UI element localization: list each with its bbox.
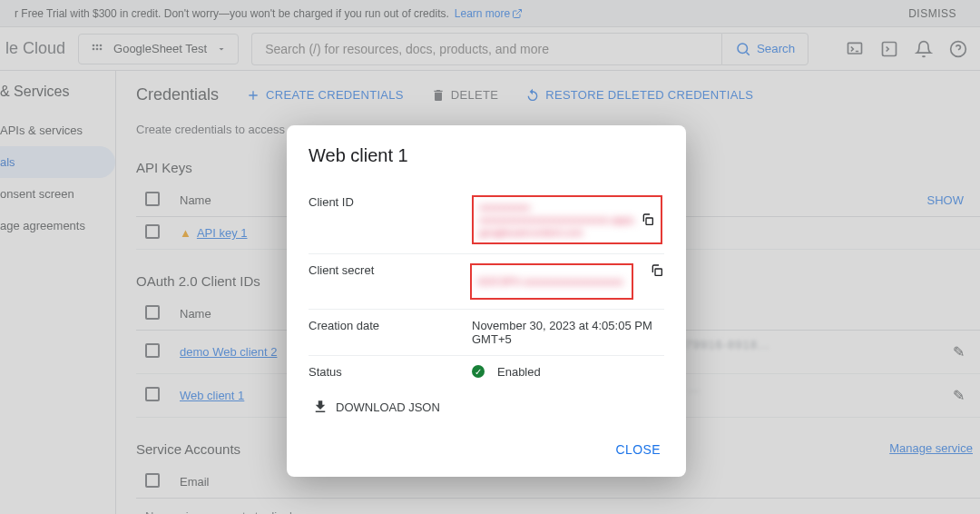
creation-date-value: November 30, 2023 at 4:05:05 PM GMT+5	[472, 319, 664, 346]
svg-rect-9	[848, 43, 862, 54]
sidebar: & Services APIs & services als onsent sc…	[0, 71, 116, 514]
cloud-shell-icon[interactable]	[846, 40, 864, 58]
svg-point-3	[93, 47, 95, 50]
row-checkbox[interactable]	[145, 387, 160, 401]
svg-line-8	[746, 52, 749, 54]
oauth-client-link[interactable]: demo Web client 2	[180, 345, 277, 359]
svg-point-7	[738, 44, 748, 54]
dismiss-button[interactable]: DISMISS	[908, 7, 956, 20]
select-all-checkbox[interactable]	[145, 192, 160, 206]
search-input[interactable]	[251, 33, 721, 65]
client-secret-label: Client secret	[309, 263, 470, 277]
warning-icon: ▲	[180, 226, 191, 240]
copy-icon[interactable]	[641, 213, 655, 227]
download-json-button[interactable]: DOWNLOAD JSON	[312, 399, 664, 415]
svg-point-6	[100, 47, 103, 50]
modal-title: Web client 1	[309, 145, 664, 166]
project-icon	[90, 42, 104, 56]
help-icon[interactable]	[949, 40, 967, 58]
creation-date-label: Creation date	[309, 319, 472, 332]
show-keys-button[interactable]: SHOW	[927, 193, 964, 207]
empty-state: No service accounts to display	[136, 499, 980, 514]
download-icon	[312, 399, 328, 415]
row-checkbox[interactable]	[145, 224, 160, 239]
trash-icon	[431, 88, 446, 103]
copy-icon[interactable]	[650, 263, 664, 278]
oauth-client-link[interactable]: Web client 1	[180, 389, 244, 402]
external-link-icon	[512, 8, 523, 19]
client-id-label: Client ID	[309, 195, 472, 209]
svg-point-4	[96, 47, 99, 50]
client-id-redacted: xxxxxxxxxx‑xxxxxxxxxxxxxxxxxxxxxxxxxx.ap…	[472, 195, 662, 244]
client-secret-redacted: GOCSPX‑xxxxxxxxxxxxxxxxxxxx	[470, 263, 633, 300]
row-checkbox[interactable]	[145, 343, 160, 358]
svg-line-0	[516, 9, 522, 15]
project-selector[interactable]: GoogleSheet Test	[78, 34, 239, 64]
plus-icon	[246, 88, 260, 103]
sidebar-item-agreements[interactable]: age agreements	[0, 210, 115, 242]
select-all-checkbox[interactable]	[145, 473, 160, 488]
google-cloud-logo: le Cloud	[5, 39, 65, 58]
svg-point-1	[93, 44, 95, 46]
sidebar-title: & Services	[0, 84, 115, 114]
project-name: GoogleSheet Test	[113, 42, 207, 55]
delete-button[interactable]: DELETE	[431, 88, 498, 103]
learn-more-link[interactable]: Learn more	[455, 7, 523, 20]
create-credentials-button[interactable]: CREATE CREDENTIALS	[246, 88, 404, 103]
search-button[interactable]: Search	[721, 33, 808, 65]
free-trial-banner: r Free Trial with $300 in credit. Don't …	[0, 0, 980, 27]
svg-point-5	[100, 44, 103, 46]
manage-service-link[interactable]: Manage service	[889, 441, 973, 455]
sidebar-item-apis[interactable]: APIs & services	[0, 114, 115, 146]
check-icon: ✓	[472, 365, 485, 378]
svg-rect-15	[646, 218, 652, 224]
edit-icon[interactable]: ✎	[953, 344, 965, 360]
svg-point-2	[96, 44, 99, 46]
page-title: Credentials	[136, 85, 219, 104]
restore-icon	[525, 88, 540, 103]
edit-icon[interactable]: ✎	[953, 388, 965, 403]
topbar: le Cloud GoogleSheet Test Search	[0, 27, 980, 71]
sidebar-item-consent[interactable]: onsent screen	[0, 178, 115, 210]
restore-button[interactable]: RESTORE DELETED CREDENTIALS	[525, 88, 753, 103]
status-value: ✓ Enabled	[472, 365, 664, 379]
svg-rect-16	[655, 269, 662, 275]
caret-down-icon	[216, 44, 227, 54]
close-button[interactable]: CLOSE	[612, 435, 664, 464]
notifications-icon[interactable]	[915, 40, 933, 58]
search-icon	[735, 41, 751, 57]
api-key-link[interactable]: API key 1	[197, 226, 248, 240]
banner-text: r Free Trial with $300 in credit. Don't …	[15, 7, 449, 20]
select-all-checkbox[interactable]	[145, 305, 160, 320]
status-label: Status	[309, 365, 472, 379]
terminal-icon[interactable]	[880, 40, 898, 58]
sidebar-item-credentials[interactable]: als	[0, 146, 115, 178]
client-details-modal: Web client 1 Client ID xxxxxxxxxx‑xxxxxx…	[287, 125, 686, 477]
